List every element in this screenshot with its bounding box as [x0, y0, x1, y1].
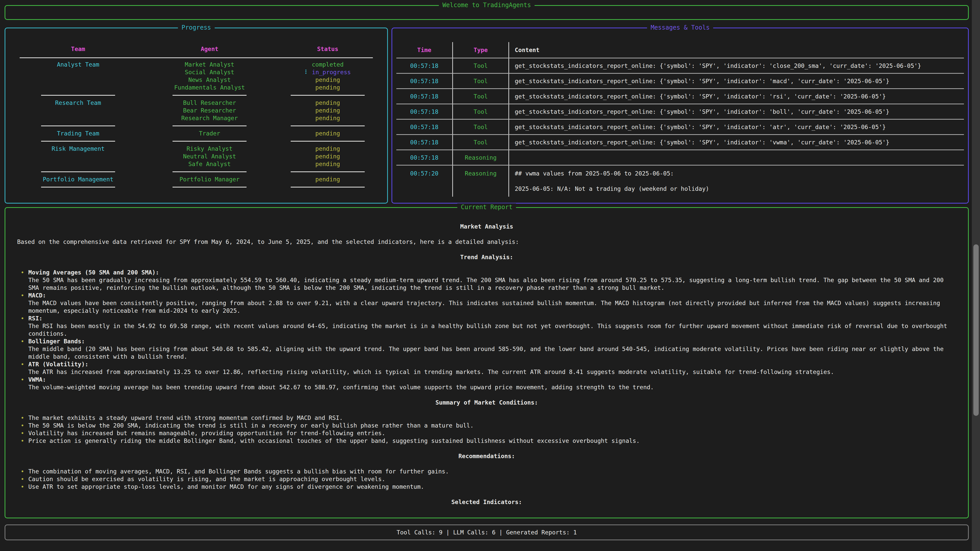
group-divider — [146, 91, 273, 99]
agent-name: Bull Researcher — [146, 99, 273, 106]
welcome-banner-title: Welcome to TradingAgents — [439, 1, 535, 9]
message-content: get_stockstats_indicators_report_online:… — [509, 135, 964, 150]
status-badge: pending — [273, 84, 382, 91]
team-name-spacer — [11, 76, 146, 84]
message-type: Tool — [453, 120, 509, 135]
bullet-icon: • — [21, 292, 24, 299]
list-item: •The 50 SMA is below the 200 SMA, indica… — [17, 422, 956, 429]
bullet-icon: • — [21, 475, 24, 483]
bullet-title: RSI: — [28, 314, 956, 322]
bullet-icon: • — [21, 414, 24, 422]
agent-name: Market Analyst — [146, 61, 273, 68]
message-time: 00:57:18 — [396, 150, 453, 165]
list-item: • Moving Averages (50 SMA and 200 SMA): … — [17, 268, 956, 292]
agent-name: Trader — [146, 130, 273, 137]
group-divider — [146, 122, 273, 130]
bullet-icon: • — [21, 483, 24, 491]
team-name: Risk Management — [11, 145, 146, 152]
column-header-status: Status — [273, 45, 382, 54]
status-badge: pending — [273, 176, 382, 183]
message-content: get_stockstats_indicators_report_online:… — [509, 89, 964, 104]
header-divider — [20, 57, 373, 58]
status-badge: pending — [273, 99, 382, 106]
message-time: 00:57:18 — [396, 89, 453, 104]
column-header-team: Team — [11, 45, 146, 54]
column-header-type: Type — [453, 42, 509, 59]
agent-name: Risky Analyst — [146, 145, 273, 152]
group-divider — [273, 168, 382, 176]
bullet-icon: • — [21, 429, 24, 437]
current-report-panel: Current Report Market Analysis Based on … — [5, 207, 969, 518]
scrollbar-thumb[interactable] — [974, 245, 979, 416]
message-content — [509, 150, 964, 165]
status-badge: pending — [273, 114, 382, 122]
column-header-content: Content — [509, 42, 964, 59]
status-badge: pending — [273, 76, 382, 84]
recommendations-heading: Recommendations: — [17, 452, 956, 460]
agent-name: Safe Analyst — [146, 160, 273, 168]
message-content: ## vwma values from 2025-05-06 to 2025-0… — [509, 165, 964, 197]
bullet-icon: • — [21, 338, 24, 345]
stats-text: Tool Calls: 9 | LLM Calls: 6 | Generated… — [396, 529, 577, 536]
bullet-icon: • — [21, 314, 24, 322]
message-type: Reasoning — [453, 165, 509, 197]
agent-name: Fundamentals Analyst — [146, 84, 273, 91]
bullet-icon: • — [21, 437, 24, 445]
message-content-line: ## vwma values from 2025-05-06 to 2025-0… — [515, 170, 964, 177]
group-divider — [273, 137, 382, 145]
list-item: • ATR (Volatility): The ATR has increase… — [17, 360, 956, 376]
bullet-title: Bollinger Bands: — [28, 338, 956, 345]
messages-tools-panel-title: Messages & Tools — [647, 24, 713, 32]
message-time: 00:57:18 — [396, 120, 453, 135]
message-content: get_stockstats_indicators_report_online:… — [509, 74, 964, 89]
group-divider — [146, 168, 273, 176]
team-name-spacer — [11, 160, 146, 168]
message-content-line: 2025-06-05: N/A: Not a trading day (week… — [515, 185, 964, 192]
bullet-text: The MACD values have been consistently p… — [28, 299, 956, 314]
message-type: Tool — [453, 74, 509, 89]
bullet-icon: • — [21, 376, 24, 383]
message-time: 00:57:18 — [396, 59, 453, 74]
progress-panel: Progress Team Agent Status Analyst Team … — [5, 27, 388, 203]
bullet-text: The RSI has been mostly in the 54.92 to … — [28, 322, 956, 338]
group-divider — [11, 91, 146, 99]
message-time: 00:57:20 — [396, 165, 453, 197]
message-time: 00:57:18 — [396, 135, 453, 150]
list-item: • VWMA: The volume-weighted moving avera… — [17, 376, 956, 391]
agent-name: Neutral Analyst — [146, 152, 273, 160]
report-heading: Market Analysis — [17, 223, 956, 230]
group-divider — [273, 122, 382, 130]
group-divider — [273, 91, 382, 99]
blank-line — [515, 177, 964, 185]
bullet-text: The ATR has increased from approximately… — [28, 368, 956, 376]
current-report-panel-title: Current Report — [457, 203, 516, 211]
bullet-title: Moving Averages (50 SMA and 200 SMA): — [28, 268, 956, 276]
welcome-banner: Welcome to TradingAgents — [5, 5, 969, 20]
status-badge: pending — [273, 106, 382, 114]
stats-footer: Tool Calls: 9 | LLM Calls: 6 | Generated… — [5, 524, 969, 540]
message-type: Tool — [453, 89, 509, 104]
agent-name: Research Manager — [146, 114, 273, 122]
list-item: •Caution should be exercised as volatili… — [17, 475, 956, 483]
list-item: • MACD: The MACD values have been consis… — [17, 292, 956, 314]
team-name-spacer — [11, 114, 146, 122]
report-intro: Based on the comprehensive data retrieve… — [17, 238, 956, 246]
list-item: •Price action is generally riding the mi… — [17, 437, 956, 445]
message-type: Tool — [453, 135, 509, 150]
status-badge: completed — [273, 61, 382, 68]
group-divider — [11, 183, 146, 191]
bullet-icon: • — [21, 268, 24, 276]
list-item: • RSI: The RSI has been mostly in the 54… — [17, 314, 956, 338]
status-badge: pending — [273, 130, 382, 137]
messages-tools-panel: Messages & Tools Time Type Content 00:57… — [391, 27, 969, 203]
message-content: get_stockstats_indicators_report_online:… — [509, 104, 964, 120]
group-divider — [11, 122, 146, 130]
scrollbar-track[interactable] — [972, 0, 980, 551]
progress-panel-title: Progress — [178, 24, 215, 32]
status-badge: ⠇in_progress — [273, 68, 382, 76]
recommendations-list: •The combination of moving averages, MAC… — [17, 468, 956, 491]
team-name: Portfolio Management — [11, 176, 146, 183]
agent-name: News Analyst — [146, 76, 273, 84]
message-type: Tool — [453, 104, 509, 120]
list-item: •Use ATR to set appropriate stop-loss le… — [17, 483, 956, 491]
